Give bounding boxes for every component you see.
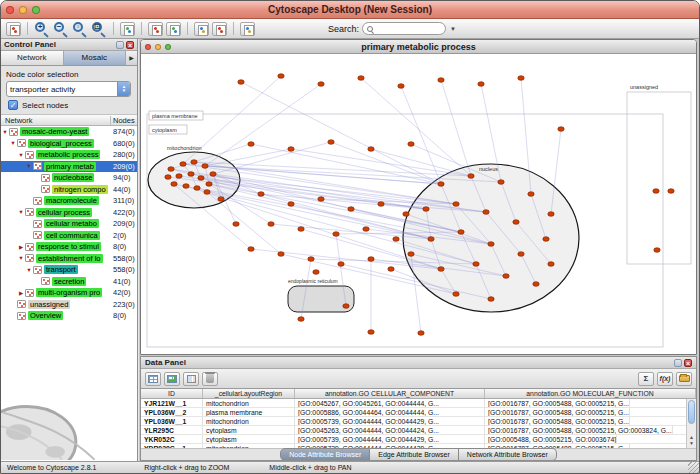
- graph-node[interactable]: [298, 227, 304, 232]
- graph-node[interactable]: [298, 317, 304, 322]
- graph-node[interactable]: [453, 292, 459, 297]
- graph-node[interactable]: [206, 182, 212, 187]
- graph-node[interactable]: [318, 82, 324, 87]
- column-header[interactable]: _cellularLayoutRegion: [203, 389, 295, 398]
- tab-overflow-icon[interactable]: ▶: [126, 51, 137, 65]
- column-header[interactable]: ID: [141, 389, 203, 398]
- column-header[interactable]: annotation.GO MOLECULAR_FUNCTION: [485, 389, 696, 398]
- graph-node[interactable]: [198, 176, 204, 181]
- graph-node[interactable]: [398, 84, 404, 89]
- formula-sum-icon[interactable]: Σ: [638, 372, 654, 386]
- disclosure-triangle-icon[interactable]: ▼: [17, 209, 25, 215]
- tree-row[interactable]: cell communica2(0): [1, 230, 137, 242]
- graph-node[interactable]: [458, 230, 464, 235]
- create-attribute-icon[interactable]: [164, 372, 180, 386]
- graph-node[interactable]: [513, 220, 519, 225]
- trash-icon[interactable]: [202, 372, 218, 386]
- tree-row[interactable]: Overview8(0): [1, 310, 137, 322]
- graph-node[interactable]: [528, 192, 534, 197]
- tab-network[interactable]: Network: [1, 51, 64, 65]
- graph-node[interactable]: [423, 207, 429, 212]
- zoom-selected-icon[interactable]: ▫: [72, 21, 88, 37]
- graph-node[interactable]: [368, 257, 374, 262]
- graph-node[interactable]: [438, 267, 444, 272]
- graph-node[interactable]: [478, 82, 484, 87]
- table-scrollbar[interactable]: ▲▼: [686, 399, 696, 448]
- tab-edge-attribute-browser[interactable]: Edge Attribute Browser: [370, 448, 459, 461]
- graph-node[interactable]: [183, 184, 189, 189]
- tree-row[interactable]: ▼transport558(0): [1, 264, 137, 276]
- graph-node[interactable]: [191, 160, 197, 165]
- tab-mosaic[interactable]: Mosaic: [64, 51, 127, 65]
- graph-node[interactable]: [488, 297, 494, 302]
- close-panel-icon[interactable]: ×: [126, 41, 134, 49]
- table-row[interactable]: YPL036W__1mitochondrion[GO:0005739, GO:0…: [141, 417, 696, 426]
- graph-node[interactable]: [488, 242, 494, 247]
- disclosure-triangle-icon[interactable]: ▼: [17, 255, 25, 261]
- tree-row[interactable]: ▼metabolic process280(0): [1, 149, 137, 161]
- graph-node[interactable]: [543, 237, 549, 242]
- graph-node[interactable]: [668, 189, 674, 194]
- birds-eye-view[interactable]: [1, 371, 136, 461]
- graph-node[interactable]: [318, 197, 324, 202]
- disclosure-triangle-icon[interactable]: ▶: [17, 290, 25, 296]
- tree-row[interactable]: ▼mosaic-demo-yeast874(0): [1, 126, 137, 138]
- graph-node[interactable]: [180, 162, 186, 167]
- graph-node[interactable]: [548, 262, 554, 267]
- node-color-dropdown[interactable]: transporter activity ▲▼: [6, 81, 131, 97]
- graph-node[interactable]: [338, 262, 344, 267]
- graph-node[interactable]: [176, 174, 182, 179]
- graph-node[interactable]: [313, 270, 319, 275]
- graph-node[interactable]: [368, 330, 374, 335]
- tree-row[interactable]: cellular metabo209(0): [1, 218, 137, 230]
- tree-row[interactable]: secretion41(0): [1, 276, 137, 288]
- graph-node[interactable]: [248, 247, 254, 252]
- search-options-dropdown-icon[interactable]: ▼: [450, 26, 456, 32]
- graph-node[interactable]: [518, 252, 524, 257]
- graph-node[interactable]: [165, 175, 171, 180]
- graph-node[interactable]: [328, 140, 334, 145]
- graph-node[interactable]: [168, 167, 174, 172]
- graph-node[interactable]: [498, 180, 504, 185]
- tree-row[interactable]: nucleobase94(0): [1, 172, 137, 184]
- graph-node[interactable]: [204, 190, 210, 195]
- table-row[interactable]: YPL036W__2plasma membrane[GO:0005886, GO…: [141, 408, 696, 417]
- snapshot-icon[interactable]: [120, 22, 135, 36]
- graph-node[interactable]: [483, 210, 489, 215]
- tree-row[interactable]: unassigned223(0): [1, 299, 137, 311]
- tree-row[interactable]: nitrogen compo44(0): [1, 184, 137, 196]
- graph-node[interactable]: [558, 127, 564, 132]
- graph-node[interactable]: [348, 207, 354, 212]
- hide-selected-nodes-icon[interactable]: [148, 22, 163, 36]
- tree-row[interactable]: ▼biological_process680(0): [1, 138, 137, 150]
- new-network-from-selection-icon[interactable]: [166, 22, 181, 36]
- graph-node[interactable]: [438, 182, 444, 187]
- graph-node[interactable]: [518, 76, 524, 81]
- tree-row[interactable]: ▼establishment of lo558(0): [1, 253, 137, 265]
- graph-node[interactable]: [171, 182, 177, 187]
- tree-row[interactable]: macromolecule311(0): [1, 195, 137, 207]
- graph-node[interactable]: [378, 202, 384, 207]
- graph-node[interactable]: [343, 304, 349, 309]
- disclosure-triangle-icon[interactable]: ▶: [17, 244, 25, 250]
- tree-row[interactable]: ▶multi-organism pro42(0): [1, 287, 137, 299]
- tree-column-network[interactable]: Network: [1, 116, 110, 125]
- tab-network-attribute-browser[interactable]: Network Attribute Browser: [459, 448, 557, 461]
- disclosure-triangle-icon[interactable]: ▼: [25, 267, 33, 273]
- graph-node[interactable]: [468, 174, 474, 179]
- tree-row[interactable]: ▼primary metab209(0): [1, 161, 137, 173]
- graph-node[interactable]: [288, 202, 294, 207]
- graph-node[interactable]: [403, 212, 409, 217]
- graph-node[interactable]: [393, 237, 399, 242]
- delete-attribute-icon[interactable]: [183, 372, 199, 386]
- table-row[interactable]: YLR295Ccytoplasm[GO:0045263, GO:0044444,…: [141, 426, 696, 435]
- tree-column-nodes[interactable]: Nodes: [110, 116, 137, 125]
- graph-node[interactable]: [503, 274, 509, 279]
- zoom-fit-icon[interactable]: ⊡: [91, 21, 107, 37]
- close-data-panel-icon[interactable]: ×: [684, 359, 692, 367]
- annotation-icon[interactable]: [194, 22, 209, 36]
- graph-node[interactable]: [258, 192, 264, 197]
- graph-node[interactable]: [388, 267, 394, 272]
- table-row[interactable]: YKR052Ccytoplasm[GO:0005739, GO:0044444,…: [141, 435, 696, 444]
- tree-row[interactable]: ▼cellular process422(0): [1, 207, 137, 219]
